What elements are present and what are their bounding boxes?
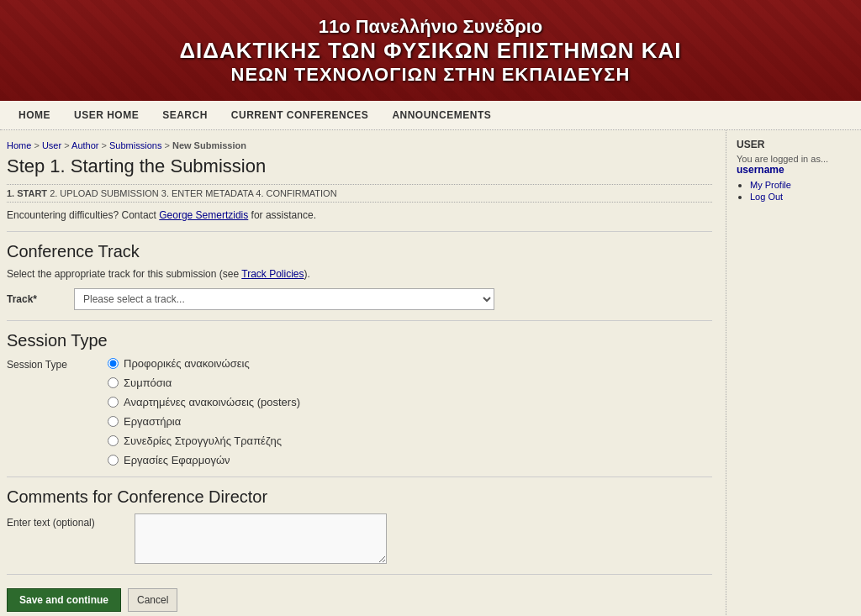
divider-2 (7, 320, 712, 321)
main-nav: HOMEUSER HOMESEARCHCURRENT CONFERENCESAN… (0, 101, 861, 130)
session-type-option-label: Προφορικές ανακοινώσεις (124, 357, 250, 370)
session-type-option-label: Συμπόσια (124, 376, 172, 389)
help-before: Encountering difficulties? Contact (7, 209, 159, 221)
breadcrumb-link-submissions[interactable]: Submissions (109, 140, 161, 150)
session-type-row: Session Type Προφορικές ανακοινώσειςΣυμπ… (7, 357, 712, 466)
main-content: Home > User > Author > Submissions > New… (0, 130, 726, 616)
breadcrumb: Home > User > Author > Submissions > New… (7, 137, 712, 150)
track-field: Please select a track... (74, 288, 712, 310)
nav-link-announcements[interactable]: ANNOUNCEMENTS (380, 101, 503, 129)
comments-heading: Comments for Conference Director (7, 487, 712, 507)
nav-item: ANNOUNCEMENTS (380, 101, 503, 129)
page-header: 11ο Πανελλήνιο Συνέδριο ΔΙΔΑΚΤΙΚΗΣ ΤΩΝ Φ… (0, 0, 861, 101)
header-line1: 11ο Πανελλήνιο Συνέδριο (179, 16, 681, 38)
sidebar-link-item: Log Out (750, 191, 851, 203)
session-type-radio-3[interactable] (108, 416, 119, 427)
session-type-label: Session Type (7, 357, 108, 371)
divider-4 (7, 574, 712, 575)
divider-1 (7, 231, 712, 232)
session-type-section: Session Type Session Type Προφορικές ανα… (7, 331, 712, 466)
comments-textarea[interactable] (135, 513, 387, 564)
save-button[interactable]: Save and continue (7, 588, 121, 612)
session-type-option-label: Αναρτημένες ανακοινώσεις (posters) (124, 396, 300, 408)
step-2: 2. UPLOAD SUBMISSION (50, 188, 159, 198)
session-type-option: Συμπόσια (108, 376, 300, 389)
nav-link-search[interactable]: SEARCH (151, 101, 219, 129)
track-description: Select the appropriate track for this su… (7, 268, 712, 280)
nav-link-current-conferences[interactable]: CURRENT CONFERENCES (219, 101, 381, 129)
breadcrumb-current: New Submission (172, 140, 246, 150)
step-4: 4. CONFIRMATION (256, 188, 336, 198)
session-type-radio-5[interactable] (108, 455, 119, 466)
page-layout: Home > User > Author > Submissions > New… (0, 130, 861, 616)
session-type-option: Αναρτημένες ανακοινώσεις (posters) (108, 396, 300, 408)
header-title: 11ο Πανελλήνιο Συνέδριο ΔΙΔΑΚΤΙΚΗΣ ΤΩΝ Φ… (179, 16, 681, 86)
track-desc-after: ). (304, 268, 310, 280)
step-1: 1. START (7, 188, 47, 198)
track-label: Track* (7, 293, 74, 305)
session-type-option-label: Εργασίες Εφαρμογών (124, 454, 230, 466)
session-type-radio-2[interactable] (108, 397, 119, 408)
session-type-heading: Session Type (7, 331, 712, 350)
sidebar-link-my-profile[interactable]: My Profile (750, 180, 791, 190)
help-after: for assistance. (248, 209, 316, 221)
session-type-radio-0[interactable] (108, 358, 119, 369)
conference-track-heading: Conference Track (7, 242, 712, 261)
sidebar-link-item: My Profile (750, 179, 851, 191)
divider-3 (7, 476, 712, 477)
session-type-option: Εργασίες Εφαρμογών (108, 454, 300, 466)
track-policies-link[interactable]: Track Policies (241, 268, 304, 280)
help-text: Encountering difficulties? Contact Georg… (7, 209, 712, 221)
button-row: Save and continue Cancel (7, 588, 712, 612)
sidebar-username: username (737, 164, 851, 176)
comments-label: Enter text (optional) (7, 513, 124, 529)
nav-item: CURRENT CONFERENCES (219, 101, 381, 129)
breadcrumb-link-user[interactable]: User (42, 140, 61, 150)
breadcrumb-link-home[interactable]: Home (7, 140, 31, 150)
track-select[interactable]: Please select a track... (74, 288, 494, 310)
cancel-button[interactable]: Cancel (128, 588, 177, 612)
nav-link-home[interactable]: HOME (7, 101, 62, 129)
steps-bar: 1. START 2. UPLOAD SUBMISSION 3. ENTER M… (7, 184, 712, 203)
comments-row: Enter text (optional) (7, 513, 712, 564)
nav-link-user-home[interactable]: USER HOME (62, 101, 151, 129)
session-type-option-label: Συνεδρίες Στρογγυλής Τραπέζης (124, 434, 282, 447)
sidebar-links: My ProfileLog Out (737, 179, 851, 203)
header-line2: ΔΙΔΑΚΤΙΚΗΣ ΤΩΝ ΦΥΣΙΚΩΝ ΕΠΙΣΤΗΜΩΝ ΚΑΙ (179, 38, 681, 64)
nav-item: USER HOME (62, 101, 151, 129)
sidebar-user-label: USER (737, 139, 851, 150)
session-type-options: Προφορικές ανακοινώσειςΣυμπόσιαΑναρτημέν… (108, 357, 300, 466)
sidebar-logged-as: You are logged in as... (737, 154, 851, 164)
nav-item: SEARCH (151, 101, 219, 129)
sidebar: USER You are logged in as... username My… (726, 130, 861, 616)
session-type-option-label: Εργαστήρια (124, 415, 181, 428)
comments-section: Comments for Conference Director Enter t… (7, 487, 712, 564)
sidebar-link-log-out[interactable]: Log Out (750, 192, 783, 202)
session-type-option: Συνεδρίες Στρογγυλής Τραπέζης (108, 434, 300, 447)
step-3: 3. ENTER METADATA (161, 188, 253, 198)
track-row: Track* Please select a track... (7, 288, 712, 310)
page-title: Step 1. Starting the Submission (7, 155, 712, 177)
nav-item: HOME (7, 101, 62, 129)
session-type-radio-1[interactable] (108, 377, 119, 388)
track-desc-before: Select the appropriate track for this su… (7, 268, 241, 280)
header-line3: ΝΕΩΝ ΤΕΧΝΟΛΟΓΙΩΝ ΣΤΗΝ ΕΚΠΑΙΔΕΥΣΗ (179, 64, 681, 86)
session-type-radio-4[interactable] (108, 435, 119, 446)
nav-list: HOMEUSER HOMESEARCHCURRENT CONFERENCESAN… (0, 101, 861, 129)
breadcrumb-link-author[interactable]: Author (71, 140, 98, 150)
help-contact-link[interactable]: George Semertzidis (159, 209, 248, 221)
session-type-option: Προφορικές ανακοινώσεις (108, 357, 300, 370)
session-type-option: Εργαστήρια (108, 415, 300, 428)
